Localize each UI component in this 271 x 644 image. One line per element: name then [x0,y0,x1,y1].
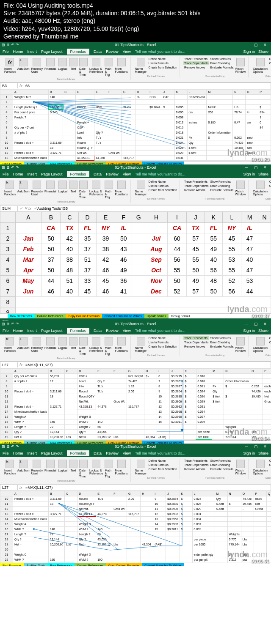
thumbnail-1: ⊞ 🗎 ↶ ↷ 01-TipsShortcuts - Excel ─ ▢ ✕ F… [0,42,271,164]
error-checking-button[interactable]: Error Checking [209,61,234,65]
name-box[interactable]: B3 [1,83,18,88]
menu-home[interactable]: Home [13,49,23,54]
lookup-button[interactable]: Lookup & Reference [88,57,104,77]
formula-input[interactable]: ='Auditing Tools'!G5 [33,206,270,211]
remove-arrows-button[interactable]: Remove Arrows [183,66,209,69]
menu-bar: File Home Insert Page Layout Formulas Da… [0,48,271,55]
trace-precedents-button[interactable]: Trace Precedents [183,57,209,61]
fx-icon[interactable]: fx [18,83,24,88]
autosum-button[interactable]: ΣAutoSum [17,57,30,77]
formula-bar: B3 fx 66 [0,82,271,89]
calc-options-button[interactable]: Calculation Options [252,57,268,74]
minimize-icon[interactable]: ─ [242,43,251,47]
file-info-header: File: 004 Using Auditing tools.mp4 Size:… [0,0,271,42]
calculate-sheet-button[interactable]: Calculate Sheet [268,61,271,65]
maximize-icon[interactable]: ▢ [252,43,260,47]
lynda-watermark: lynda.com [227,148,268,158]
math-button[interactable]: Math & Trig [104,57,114,77]
menu-review[interactable]: Review [106,49,119,54]
name-manager-button[interactable]: Name Manager [134,57,148,74]
datetime-button[interactable]: Date & Time [78,57,88,77]
timestamp: 00:01:20 [251,157,269,162]
title-bar: ⊞ 🗎 ↶ ↷ 01-TipsShortcuts - Excel ─ ▢ ✕ [0,42,271,48]
thumbnail-4: ⊞ 🗎 ↶ ↷01-TipsShortcuts - Excel─▢✕ FileH… [0,444,271,566]
text-button[interactable]: Text [68,57,78,77]
show-formulas-button[interactable]: Show Formulas [209,57,234,61]
logical-button[interactable]: Logical [57,57,68,77]
menu-insert[interactable]: Insert [28,49,37,54]
menu-formulas[interactable]: Formulas [67,49,90,55]
watch-window-button[interactable]: Watch Window [234,57,246,74]
menu-view[interactable]: View [123,49,131,54]
menu-data[interactable]: Data [94,49,102,54]
menu-tellme[interactable]: Tell me what you want to do... [135,49,185,54]
formula-input[interactable]: 66 [24,83,270,88]
share-button[interactable]: Share [258,49,268,54]
trace-dependents-button[interactable]: Trace Dependents [183,61,209,65]
recently-used-button[interactable]: Recently Used [30,57,44,77]
financial-button[interactable]: Financial [44,57,57,77]
qat-icons[interactable]: ⊞ 🗎 ↶ ↷ [2,43,19,47]
close-icon[interactable]: ✕ [261,43,269,47]
menu-pagelayout[interactable]: Page Layout [41,49,63,54]
calculate-now-button[interactable]: Calculate Now [268,57,271,61]
use-in-formula-button[interactable]: Use in Formula [147,61,178,65]
name-box[interactable]: SUM [1,206,18,211]
ribbon-formulas: fxInsert Function ΣAutoSum Recently Used… [0,55,271,82]
signin-link[interactable]: Sign in [243,49,255,54]
menu-file[interactable]: File [3,49,9,54]
evaluate-formula-button[interactable]: Evaluate Formula [209,66,234,69]
thumbnail-2: ⊞ 🗎 ↶ ↷01-TipsShortcuts - Excel─▢✕ FileH… [0,164,271,321]
create-from-selection-button[interactable]: Create from Selection [147,66,178,69]
month-state-table[interactable]: ABCDEFGHIJKLMN 1CATXFLNYILCATXFLNYIL 2Ja… [0,212,271,313]
thumbnail-3: ⊞ 🗎 ↶ ↷01-TipsShortcuts - Excel─▢✕ FileH… [0,321,271,444]
insert-function-button[interactable]: fxInsert Function [3,57,17,77]
more-fn-button[interactable]: More Functions [114,57,128,77]
define-name-button[interactable]: Define Name [147,57,178,61]
